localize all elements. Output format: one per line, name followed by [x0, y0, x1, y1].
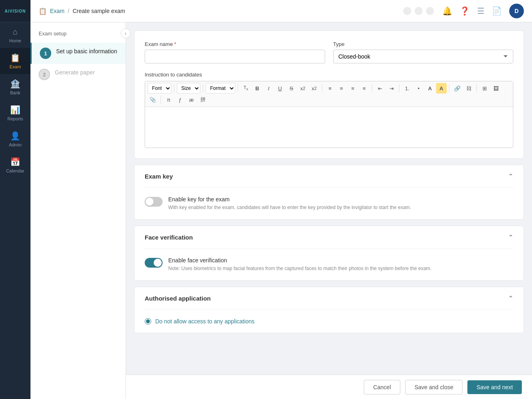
cancel-button[interactable]: Cancel [364, 380, 400, 395]
format-select[interactable]: Format [206, 83, 235, 94]
indent-inc-btn[interactable]: ⇥ [386, 83, 397, 94]
enable-key-label: Enable key for the exam [168, 196, 411, 203]
no-access-label: Do not allow access to any applications [155, 318, 254, 325]
doc-icon[interactable]: 📄 [492, 6, 502, 16]
font-select[interactable]: Font [148, 83, 172, 94]
sidebar-item-home[interactable]: ⌂ Home [0, 22, 30, 48]
svg-point-1 [415, 7, 423, 15]
calendar-icon: 📅 [10, 157, 20, 167]
justify-btn[interactable]: ≡ [359, 83, 369, 94]
sidebar-item-label: Bank [10, 90, 20, 95]
notification-icon[interactable]: 🔔 [442, 6, 452, 16]
authorised-application-body: Do not allow access to any applications [135, 310, 523, 333]
collapse-button[interactable]: ‹ [121, 28, 130, 38]
exam-key-header[interactable]: Exam key [135, 165, 523, 188]
step-1-circle: 1 [40, 48, 51, 59]
sidebar-item-label: Home [9, 38, 21, 43]
save-next-button[interactable]: Save and next [467, 380, 522, 394]
enable-face-label: Enable face verification [168, 257, 432, 264]
unordered-list-btn[interactable]: • [413, 83, 424, 94]
sidebar: AiVISION ⌂ Home 📋 Exam 🏦 Bank 📊 Reports … [0, 0, 30, 399]
admin-icon: 👤 [10, 131, 20, 141]
sidebar-item-exam[interactable]: 📋 Exam [0, 48, 30, 74]
type-group: Type Closed-book Open-book Online [333, 41, 514, 63]
formula-btn[interactable]: π [163, 94, 174, 105]
subscript-btn[interactable]: x2 [297, 83, 308, 94]
link-btn[interactable]: 🔗 [452, 83, 463, 94]
authorised-application-title: Authorised application [145, 295, 211, 302]
basic-info-card: Exam name* Type Closed-book Open-book On… [134, 31, 524, 159]
face-verification-header[interactable]: Face verification [135, 226, 523, 249]
step-2-label: Generate paper [55, 69, 95, 77]
table-btn[interactable]: ⊞ [479, 83, 490, 94]
attach-btn[interactable]: 📎 [148, 94, 158, 105]
face-verification-body: Enable face verification Note: Uses biom… [135, 249, 523, 280]
superscript-btn[interactable]: x2 [309, 83, 319, 94]
special-char2-btn[interactable]: æ [186, 94, 197, 105]
step-2-generate-paper[interactable]: 2 Generate paper [30, 64, 126, 85]
image-btn[interactable]: 🖼 [491, 83, 501, 94]
align-right-btn[interactable]: ≡ [347, 83, 358, 94]
help-icon[interactable]: ❓ [460, 6, 470, 16]
special-char-btn[interactable]: ƒ [175, 94, 185, 105]
save-close-button[interactable]: Save and close [405, 380, 463, 395]
italic-btn[interactable]: I [263, 83, 274, 94]
reports-icon: 📊 [10, 105, 20, 115]
align-left-btn[interactable]: ≡ [325, 83, 335, 94]
enable-face-desc: Note: Uses biometrics to map facial feat… [168, 265, 432, 272]
user-avatar[interactable]: D [509, 4, 524, 18]
strikethrough-btn[interactable]: S [286, 83, 297, 94]
enable-key-row: Enable key for the exam With key enabled… [145, 196, 513, 211]
breadcrumb-separator: / [68, 8, 69, 14]
step-1-setup-basic-info[interactable]: 1 Set up basic information [30, 43, 126, 64]
menu-icon[interactable]: ☰ [477, 6, 484, 16]
enable-face-row: Enable face verification Note: Uses biom… [145, 257, 513, 272]
topbar: 📋 Exam / Create sample exam 🔔 ❓ ☰ 📄 D [30, 0, 532, 22]
svg-point-2 [426, 7, 434, 15]
face-verification-title: Face verification [145, 234, 193, 241]
ordered-list-btn[interactable]: 1. [402, 83, 413, 94]
exam-setup-title: Exam setup [30, 28, 126, 43]
font-color-btn[interactable]: A [425, 83, 435, 94]
no-access-radio[interactable] [145, 318, 151, 325]
cjk-btn[interactable]: 拼 [198, 94, 208, 105]
clear-format-btn[interactable]: Tx [241, 83, 251, 94]
home-icon: ⌂ [13, 27, 17, 37]
enable-key-desc: With key enabled for the exam, candidate… [168, 204, 411, 211]
exam-name-input[interactable] [145, 50, 325, 63]
type-label: Type [333, 41, 514, 47]
exam-name-group: Exam name* [145, 41, 325, 63]
bottom-bar: Cancel Save and close Save and next [126, 375, 532, 399]
breadcrumb-exam-link[interactable]: Exam [50, 8, 65, 14]
sidebar-item-label: Reports [7, 116, 23, 121]
sidebar-item-admin[interactable]: 👤 Admin [0, 126, 30, 152]
left-panel: Exam setup ‹ 1 Set up basic information … [30, 22, 126, 399]
enable-key-toggle[interactable] [145, 197, 163, 207]
step-1-label: Set up basic information [56, 48, 117, 56]
bank-icon: 🏦 [10, 79, 20, 89]
breadcrumb: 📋 Exam / Create sample exam [39, 7, 399, 15]
exam-icon: 📋 [10, 53, 20, 63]
face-verification-section: Face verification Enable face verificati… [134, 226, 524, 281]
align-center-btn[interactable]: ≡ [336, 83, 347, 94]
sidebar-item-bank[interactable]: 🏦 Bank [0, 74, 30, 100]
unlink-btn[interactable]: ⛓ [463, 83, 474, 94]
enable-face-toggle[interactable] [145, 258, 163, 268]
authorised-application-header[interactable]: Authorised application [135, 287, 523, 310]
highlight-btn[interactable]: A [436, 83, 447, 94]
instruction-label: Instruction to candidates [145, 72, 513, 78]
sidebar-item-reports[interactable]: 📊 Reports [0, 100, 30, 126]
exam-key-body: Enable key for the exam With key enabled… [135, 188, 523, 219]
sidebar-item-calendar[interactable]: 📅 Calendar [0, 152, 30, 178]
rte-container: Font Size Format Tx B I U S [145, 81, 513, 148]
indent-dec-btn[interactable]: ⇤ [375, 83, 385, 94]
sidebar-item-label: Admin [9, 142, 22, 147]
bold-btn[interactable]: B [252, 83, 263, 94]
underline-btn[interactable]: U [275, 83, 285, 94]
authorised-application-section: Authorised application Do not allow acce… [134, 287, 524, 333]
size-select[interactable]: Size [177, 83, 200, 94]
exam-key-section: Exam key Enable key for the exam With ke… [134, 165, 524, 220]
type-select[interactable]: Closed-book Open-book Online [333, 50, 514, 63]
authorised-application-chevron-icon [508, 294, 513, 302]
rte-editor[interactable] [145, 107, 513, 148]
